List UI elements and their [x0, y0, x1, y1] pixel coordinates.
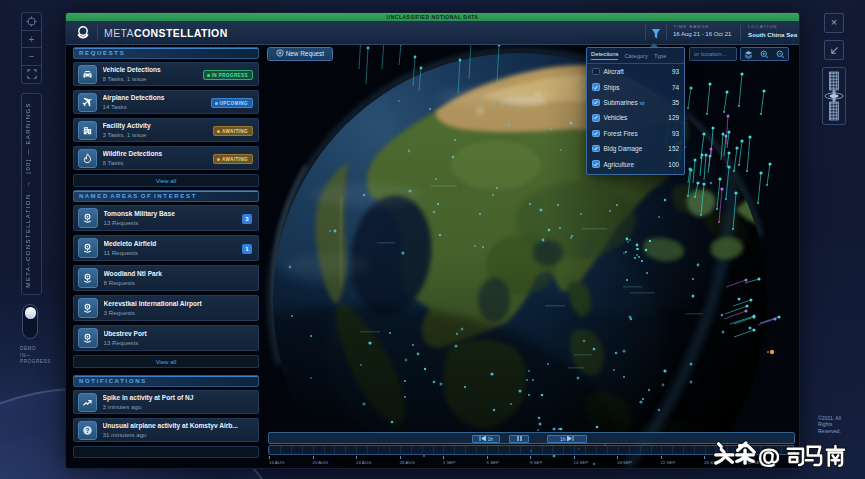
svg-text:?: ?: [85, 426, 89, 433]
